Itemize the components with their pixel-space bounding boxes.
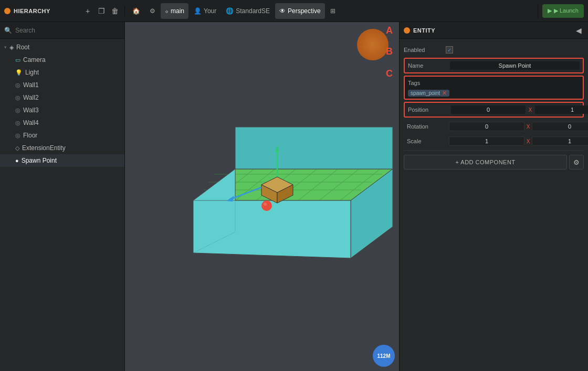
left-panel: 🔍 ▾ ◈ Root ▭ Camera 💡 Light (0, 22, 125, 371)
wall1-label: Wall1 (23, 81, 39, 89)
divider (404, 150, 584, 151)
position-field-container: Position X Y Z (404, 102, 584, 118)
light-icon: 💡 (15, 69, 23, 76)
launch-button[interactable]: ▶ ▶ Launch (542, 4, 584, 18)
position-row: Position X Y Z (405, 103, 583, 116)
tree-item-floor[interactable]: ◎ Floor (0, 129, 124, 142)
tag-chip-spawn-point: spawn_point ✕ (408, 90, 449, 97)
wall1-icon: ◎ (15, 82, 20, 89)
enabled-checkbox[interactable] (446, 46, 453, 54)
position-x-axis: X (527, 107, 534, 113)
position-x-input[interactable] (451, 105, 526, 114)
component-settings-button[interactable]: ⚙ (569, 155, 584, 169)
grid-icon: ⊞ (330, 7, 335, 15)
root-chevron: ▾ (4, 45, 7, 50)
home-tab-button[interactable]: 🏠 (128, 3, 144, 19)
position-y-input[interactable] (535, 105, 588, 114)
red-sphere (261, 200, 272, 211)
scene-svg (151, 64, 399, 305)
add-entity-button[interactable]: + (82, 6, 93, 16)
entity-dot (404, 27, 410, 34)
tree-item-root[interactable]: ▾ ◈ Root (0, 41, 124, 54)
tree-item-light[interactable]: 💡 Light (0, 66, 124, 79)
wall4-label: Wall4 (23, 119, 39, 126)
name-label: Name (408, 62, 450, 69)
scale-row: Scale X Y Z (404, 134, 584, 148)
floor-icon: ◎ (15, 132, 20, 139)
scene-tab-button[interactable]: ⬦ main (161, 3, 188, 19)
add-component-button[interactable]: + ADD COMPONENT (404, 155, 567, 169)
spawn-icon: ● (15, 157, 19, 164)
hierarchy-title: HIERARCHY (14, 8, 79, 14)
extension-icon: ◇ (15, 145, 19, 152)
standard-tab-button[interactable]: 🌐 StandardSE (222, 3, 274, 19)
tags-field-container: Tags spawn_point ✕ (404, 76, 584, 100)
svg-marker-14 (235, 127, 393, 169)
your-icon: 👤 (194, 7, 202, 15)
delete-entity-button[interactable]: 🗑 (110, 6, 120, 16)
scale-x-input[interactable] (449, 136, 524, 146)
right-panel: ENTITY ◀ Enabled Name Tags (399, 22, 588, 371)
enabled-label: Enabled (404, 47, 446, 53)
rotation-row: Rotation X Y Z (404, 120, 584, 133)
settings-tab-button[interactable]: ⚙ (145, 3, 160, 19)
tag-chip-remove[interactable]: ✕ (442, 90, 447, 96)
wall2-icon: ◎ (15, 94, 20, 101)
rotation-y-input[interactable] (532, 122, 588, 131)
entity-title: ENTITY (413, 27, 570, 34)
tags-label: Tags (408, 80, 450, 86)
search-input[interactable] (15, 27, 120, 34)
rotation-label: Rotation (407, 123, 449, 130)
root-label: Root (16, 44, 29, 51)
entity-collapse-button[interactable]: ◀ (573, 25, 584, 36)
toolbar-right: ▶ ▶ Launch (538, 4, 588, 18)
name-row: Name (405, 59, 583, 72)
tree-item-wall1[interactable]: ◎ Wall1 (0, 79, 124, 91)
viewport[interactable]: 112M (125, 22, 399, 371)
hierarchy-dot (4, 8, 10, 14)
top-toolbar: HIERARCHY + ❐ 🗑 🏠 ⚙ ⬦ main 👤 Your 🌐 Stan… (0, 0, 588, 22)
tree-item-wall3[interactable]: ◎ Wall3 (0, 104, 124, 116)
memory-badge: 112M (373, 345, 395, 367)
grid-tab-button[interactable]: ⊞ (326, 3, 340, 19)
spawn-label: Spawn Point (22, 157, 57, 164)
hierarchy-list: ▾ ◈ Root ▭ Camera 💡 Light ◎ Wall1 (0, 39, 124, 371)
rotation-x-input[interactable] (449, 122, 524, 131)
settings-icon: ⚙ (150, 7, 155, 15)
play-icon: ▶ (548, 7, 552, 14)
floor-label: Floor (23, 132, 37, 139)
camera-label: Camera (23, 56, 46, 63)
tree-item-spawn[interactable]: ● Spawn Point (0, 154, 124, 167)
scene-icon: ⬦ (165, 7, 169, 15)
perspective-tab-button[interactable]: 👁 Perspective (275, 3, 325, 19)
perspective-tab-label: Perspective (288, 7, 321, 15)
extension-label: ExtensionEntity (22, 144, 66, 152)
toolbar-center: 🏠 ⚙ ⬦ main 👤 Your 🌐 StandardSE 👁 Perspec… (125, 3, 538, 19)
search-icon: 🔍 (4, 27, 12, 34)
wall4-icon: ◎ (15, 120, 20, 126)
launch-label: ▶ Launch (554, 7, 579, 14)
memory-value: 112M (377, 353, 390, 359)
scale-label: Scale (407, 138, 449, 144)
wall3-label: Wall3 (23, 107, 39, 114)
your-tab-label: Your (204, 7, 216, 15)
add-component-row: + ADD COMPONENT ⚙ (404, 155, 584, 169)
standard-tab-label: StandardSE (236, 7, 270, 15)
tags-input[interactable] (450, 79, 580, 85)
scale-x-axis: X (524, 139, 532, 144)
gear-icon: ⚙ (573, 158, 580, 166)
wall2-label: Wall2 (23, 94, 39, 101)
tree-item-camera[interactable]: ▭ Camera (0, 54, 124, 66)
name-input[interactable] (450, 61, 580, 70)
name-field-container: Name (404, 58, 584, 73)
tree-item-extension[interactable]: ◇ ExtensionEntity (0, 142, 124, 154)
copy-entity-button[interactable]: ❐ (96, 6, 107, 16)
tree-item-wall2[interactable]: ◎ Wall2 (0, 91, 124, 104)
root-icon: ◈ (9, 44, 14, 51)
perspective-icon: 👁 (279, 7, 286, 15)
tag-chip-label: spawn_point (411, 90, 440, 96)
tree-item-wall4[interactable]: ◎ Wall4 (0, 116, 124, 129)
your-tab-button[interactable]: 👤 Your (190, 3, 220, 19)
scale-y-input[interactable] (532, 136, 588, 146)
camera-icon: ▭ (15, 57, 20, 63)
